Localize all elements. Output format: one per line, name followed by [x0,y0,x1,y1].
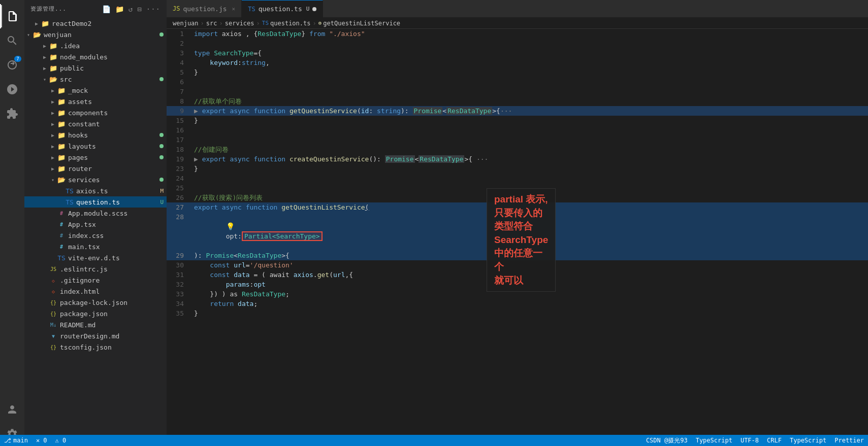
sidebar-item-hooks[interactable]: ▶ 📁 hooks [24,129,167,141]
status-formatter[interactable]: Prettier [830,435,868,446]
status-language[interactable]: TypeScript [692,435,736,446]
extensions-activity-icon[interactable] [0,101,24,126]
sidebar-item-vite-env[interactable]: ▶ TS vite-env.d.ts [24,252,167,263]
sidebar-item-components[interactable]: ▶ 📁 components [24,107,167,118]
sidebar-label-main-tsx: main.tsx [68,243,167,251]
sidebar-label-pages: pages [68,154,159,161]
breadcrumb-sep2: › [219,20,223,27]
refresh-icon[interactable]: ↺ [128,5,133,13]
new-folder-icon[interactable]: 📁 [115,5,124,13]
breadcrumb-function[interactable]: getQuestinListService [323,20,400,27]
sidebar-label-index-css: index.css [68,232,167,239]
code-line-34: 34 return data; [167,299,868,308]
breadcrumb-wenjuan[interactable]: wenjuan [173,20,199,27]
folder-icon: 📁 [41,20,50,27]
sidebar-item-app-scss[interactable]: ▶ # App.module.scss [24,208,167,219]
breadcrumb-question-ts[interactable]: question.ts [270,20,310,27]
editor[interactable]: 1 import axios , {ResDataType} from "./a… [167,29,868,435]
sidebar-item-eslintrc[interactable]: ▶ JS .eslintrc.js [24,263,167,275]
code-line-7: 7 [167,87,868,96]
code-line-29: 29 ): Promise<ResDataType>{ [167,251,868,260]
css-file-icon: # [57,211,66,216]
sidebar-item-mock[interactable]: ▶ 📁 _mock [24,85,167,96]
tree-arrow-icon: ▶ [41,43,49,49]
line-content-30: const url='/question' [192,260,868,270]
tree-arrow-icon: ▶ [33,21,41,26]
sidebar-item-public[interactable]: ▶ 📁 public [24,62,167,74]
line-number-17: 17 [167,135,192,145]
sidebar-item-package-json[interactable]: ▶ {} package.json [24,308,167,319]
line-content-33: }) ) as ResDataType; [192,289,868,299]
sidebar-item-pages[interactable]: ▶ 📁 pages [24,152,167,163]
warning-icon: ⚠ 0 [55,437,67,444]
sidebar-item-tsconfig[interactable]: ▶ {} tsconfig.json [24,341,167,353]
sidebar-item-assets[interactable]: ▶ 📁 assets [24,96,167,107]
files-activity-icon[interactable] [0,4,24,28]
sidebar-item-src[interactable]: ▾ 📂 src [24,74,167,85]
sidebar-item-constant[interactable]: ▶ 📁 constant [24,118,167,129]
html-icon: ◇ [49,289,58,294]
status-line-ending[interactable]: CRLF [763,435,786,446]
line-number-1: 1 [167,29,192,39]
line-number-29: 29 [167,251,192,260]
line-number-28: 28 [167,212,192,222]
code-line-27: 27 export async function getQuestinListS… [167,202,868,212]
status-warnings[interactable]: ⚠ 0 [51,435,71,446]
sidebar-item-question-ts[interactable]: ▶ TS question.ts U [24,196,167,208]
sidebar-item-index-html[interactable]: ▶ ◇ index.html [24,286,167,297]
sidebar-item-app-tsx[interactable]: ▶ # App.tsx [24,219,167,230]
sidebar-label-tsconfig: tsconfig.json [60,344,167,351]
sidebar-item-package-lock[interactable]: ▶ {} package-lock.json [24,297,167,308]
new-file-icon[interactable]: 📄 [102,5,111,13]
line-content-8: //获取单个问卷 [192,96,868,106]
code-line-28: 28 💡 opt:Partial<SearchType> [167,212,868,251]
sidebar-item-reactdemo2[interactable]: ▶ 📁 reactDemo2 [24,18,167,29]
debug-activity-icon[interactable] [0,77,24,101]
sidebar-item-index-css[interactable]: ▶ # index.css [24,230,167,241]
line-number-15: 15 [167,116,192,125]
line-number-5: 5 [167,67,192,77]
code-line-24: 24 [167,174,868,183]
breadcrumb-services[interactable]: services [225,20,254,27]
status-errors[interactable]: ✕ 0 [32,435,51,446]
sidebar-item-routerdesign[interactable]: ▶ ▼ routerDesign.md [24,330,167,341]
sidebar-item-idea[interactable]: ▶ 📁 .idea [24,40,167,51]
breadcrumb-src[interactable]: src [206,20,217,27]
sidebar-item-node-modules[interactable]: ▶ 📁 node_modules [24,51,167,62]
activity-bar: 7 [0,0,24,446]
status-file-type[interactable]: TypeScript [786,435,830,446]
account-activity-icon[interactable] [0,397,24,422]
more-icon[interactable]: ··· [146,5,160,13]
sidebar-label-layouts: layouts [68,143,159,150]
search-activity-icon[interactable] [0,28,24,53]
folder-icon: 📁 [49,42,58,50]
status-attribution[interactable]: CSDN @摄光93 [642,435,692,446]
source-control-activity-icon[interactable]: 7 [0,53,24,77]
collapse-icon[interactable]: ⊟ [137,5,142,13]
sidebar-item-services[interactable]: ▾ 📂 services [24,174,167,185]
breadcrumb-sep1: › [201,20,204,27]
line-number-2: 2 [167,39,192,48]
tab-close-js[interactable]: ✕ [232,6,236,12]
sidebar-item-layouts[interactable]: ▶ 📁 layouts [24,141,167,152]
sidebar-label-components: components [68,109,167,117]
line-number-23: 23 [167,164,192,174]
wenjuan-modified-badge [159,32,164,37]
code-line-5: 5 } [167,67,868,77]
status-encoding[interactable]: UTF-8 [736,435,763,446]
status-git-branch[interactable]: ⎇ main [0,435,32,446]
tree-arrow-icon: ▶ [49,132,57,138]
tree-arrow-icon: ▶ [49,99,57,105]
tab-unsaved-indicator: U [306,6,310,12]
sidebar-label-index-html: index.html [60,288,167,295]
sidebar-item-gitignore[interactable]: ▶ ⬦ .gitignore [24,275,167,286]
sidebar-item-readme[interactable]: ▶ M↓ README.md [24,319,167,330]
tab-question-js[interactable]: JS question.js ✕ [167,0,242,17]
sidebar-item-router[interactable]: ▶ 📁 router [24,163,167,174]
code-line-30: 30 const url='/question' [167,260,868,270]
sidebar-item-wenjuan[interactable]: ▾ 📂 wenjuan [24,29,167,40]
tab-question-ts[interactable]: TS question.ts U [242,0,323,17]
line-number-30: 30 [167,260,192,270]
sidebar-item-main-tsx[interactable]: ▶ # main.tsx [24,241,167,252]
sidebar-item-axios-ts[interactable]: ▶ TS axios.ts M [24,185,167,196]
